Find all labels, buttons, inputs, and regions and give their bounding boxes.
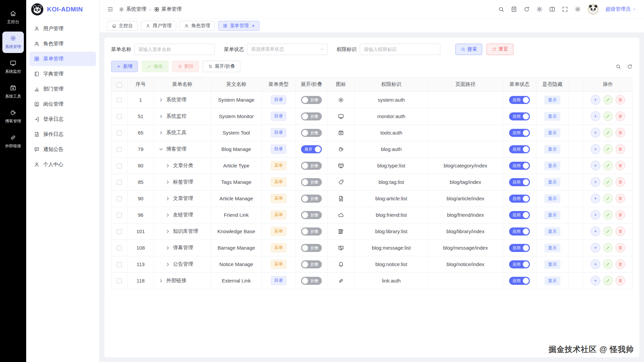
row-add-button[interactable] bbox=[591, 259, 600, 269]
sidebar-item-role[interactable]: 角色管理 bbox=[30, 37, 96, 51]
row-checkbox[interactable] bbox=[117, 180, 122, 185]
row-delete-button[interactable] bbox=[615, 276, 625, 286]
row-checkbox[interactable] bbox=[117, 278, 122, 283]
sidebar-item-person[interactable]: 个人中心 bbox=[30, 157, 96, 172]
guide-button[interactable] bbox=[511, 6, 517, 12]
theme-toggle-button[interactable] bbox=[536, 6, 543, 12]
expand-collapse-button[interactable]: 展开/折叠 bbox=[203, 61, 240, 72]
expand-collapse-toggle[interactable]: 折叠 bbox=[301, 227, 322, 236]
expand-collapse-toggle[interactable]: 折叠 bbox=[301, 129, 322, 137]
row-edit-button[interactable] bbox=[603, 128, 613, 138]
row-checkbox[interactable] bbox=[117, 262, 122, 267]
row-edit-button[interactable] bbox=[603, 243, 613, 253]
refresh-button[interactable] bbox=[524, 6, 530, 12]
sidebar-item-book[interactable]: 字典管理 bbox=[30, 67, 96, 81]
row-delete-button[interactable] bbox=[615, 144, 625, 154]
sidebar-collapse-button[interactable] bbox=[107, 6, 113, 12]
rail-item-monitor[interactable]: 系统监控 bbox=[2, 56, 24, 78]
row-add-button[interactable] bbox=[591, 210, 600, 220]
row-delete-button[interactable] bbox=[615, 111, 625, 121]
sidebar-item-person[interactable]: 用户管理 bbox=[30, 21, 96, 36]
sidebar-item-chart[interactable]: 部门管理 bbox=[30, 82, 96, 96]
row-edit-button[interactable] bbox=[603, 177, 613, 187]
breadcrumb-item[interactable]: 系统管理 bbox=[119, 6, 146, 12]
status-toggle[interactable]: 启用 bbox=[509, 227, 530, 236]
status-toggle[interactable]: 启用 bbox=[509, 195, 530, 203]
row-delete-button[interactable] bbox=[615, 95, 625, 105]
row-delete-button[interactable] bbox=[615, 259, 625, 269]
row-checkbox[interactable] bbox=[117, 229, 122, 234]
menu-status-select[interactable]: 请选择菜单状态 bbox=[247, 44, 328, 55]
status-toggle[interactable]: 启用 bbox=[509, 211, 530, 219]
row-edit-button[interactable] bbox=[603, 144, 613, 154]
rail-item-blog[interactable]: 博客管理 bbox=[2, 106, 24, 127]
status-toggle[interactable]: 启用 bbox=[509, 277, 530, 285]
expand-collapse-toggle[interactable]: 折叠 bbox=[301, 195, 322, 203]
expand-collapse-toggle[interactable]: 折叠 bbox=[301, 211, 322, 219]
row-add-button[interactable] bbox=[591, 194, 600, 203]
sidebar-item-grid[interactable]: 菜单管理 bbox=[30, 52, 96, 66]
tree-expand-icon[interactable] bbox=[165, 245, 171, 251]
breadcrumb-item[interactable]: 菜单管理 bbox=[154, 6, 182, 12]
tab-grid[interactable]: 菜单管理× bbox=[218, 21, 259, 31]
tree-expand-icon[interactable] bbox=[158, 113, 164, 119]
tree-expand-icon[interactable] bbox=[165, 196, 171, 202]
rail-item-gear[interactable]: 系统管理 bbox=[2, 32, 24, 53]
toggle-search-button[interactable] bbox=[615, 64, 621, 69]
add-button[interactable]: 新增 bbox=[111, 61, 138, 72]
row-delete-button[interactable] bbox=[615, 128, 625, 138]
tree-expand-icon[interactable] bbox=[158, 130, 164, 136]
expand-collapse-toggle[interactable]: 折叠 bbox=[301, 162, 322, 170]
row-checkbox[interactable] bbox=[117, 213, 122, 218]
status-toggle[interactable]: 启用 bbox=[509, 112, 530, 120]
tree-expand-icon[interactable] bbox=[165, 261, 171, 267]
row-edit-button[interactable] bbox=[603, 161, 613, 170]
row-delete-button[interactable] bbox=[615, 226, 625, 236]
row-checkbox[interactable] bbox=[117, 98, 122, 103]
row-edit-button[interactable] bbox=[603, 194, 613, 203]
tree-expand-icon[interactable] bbox=[158, 278, 164, 284]
table-refresh-button[interactable] bbox=[627, 64, 633, 69]
sidebar-item-badge[interactable]: 岗位管理 bbox=[30, 97, 96, 111]
fullscreen-button[interactable] bbox=[562, 6, 568, 12]
row-delete-button[interactable] bbox=[615, 243, 625, 253]
tree-expand-icon[interactable] bbox=[165, 179, 171, 185]
tree-expand-icon[interactable] bbox=[158, 97, 164, 103]
layout-button[interactable] bbox=[549, 6, 555, 12]
expand-collapse-toggle[interactable]: 折叠 bbox=[301, 112, 322, 120]
expand-collapse-toggle[interactable]: 折叠 bbox=[301, 244, 322, 252]
tab-person[interactable]: 用户管理 bbox=[141, 21, 176, 31]
row-edit-button[interactable] bbox=[603, 210, 613, 220]
select-all-checkbox[interactable] bbox=[117, 83, 122, 88]
row-add-button[interactable] bbox=[591, 95, 600, 105]
status-toggle[interactable]: 启用 bbox=[509, 178, 530, 186]
edit-button[interactable]: 修改 bbox=[142, 61, 168, 72]
status-toggle[interactable]: 启用 bbox=[509, 162, 530, 170]
tab-role[interactable]: 角色管理 bbox=[180, 21, 215, 31]
expand-collapse-toggle[interactable]: 折叠 bbox=[301, 277, 322, 285]
status-toggle[interactable]: 启用 bbox=[509, 129, 530, 137]
rail-item-link[interactable]: 外部链接 bbox=[2, 131, 24, 152]
sidebar-item-doc[interactable]: 操作日志 bbox=[30, 127, 96, 142]
tree-expand-icon[interactable] bbox=[158, 146, 164, 152]
expand-collapse-toggle[interactable]: 折叠 bbox=[301, 178, 322, 186]
expand-collapse-toggle[interactable]: 展开 bbox=[301, 145, 322, 153]
user-dropdown[interactable]: 超级管理员 bbox=[605, 6, 637, 12]
row-add-button[interactable] bbox=[591, 161, 600, 170]
rail-item-home[interactable]: 主控台 bbox=[2, 7, 24, 28]
tree-expand-icon[interactable] bbox=[165, 228, 171, 235]
row-delete-button[interactable] bbox=[615, 210, 625, 220]
permission-input[interactable] bbox=[360, 44, 440, 55]
expand-collapse-toggle[interactable]: 折叠 bbox=[301, 96, 322, 104]
row-edit-button[interactable] bbox=[603, 95, 613, 105]
menu-name-input[interactable] bbox=[134, 44, 215, 55]
row-add-button[interactable] bbox=[591, 276, 600, 286]
settings-button[interactable] bbox=[575, 6, 581, 12]
row-add-button[interactable] bbox=[591, 226, 600, 236]
row-edit-button[interactable] bbox=[603, 111, 613, 121]
status-toggle[interactable]: 启用 bbox=[509, 260, 530, 268]
expand-collapse-toggle[interactable]: 折叠 bbox=[301, 260, 322, 268]
status-toggle[interactable]: 启用 bbox=[509, 145, 530, 153]
row-checkbox[interactable] bbox=[117, 246, 122, 251]
row-add-button[interactable] bbox=[591, 128, 600, 138]
